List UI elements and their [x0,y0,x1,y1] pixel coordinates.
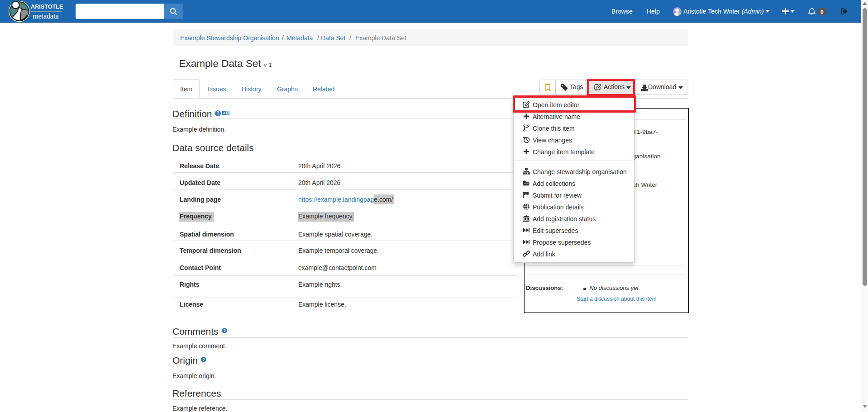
svg-text:A: A [223,111,225,115]
svg-text:x: x [227,111,229,114]
svg-text:?: ? [216,111,219,116]
svg-text:?: ? [202,357,205,362]
svg-text:?: ? [223,328,226,333]
